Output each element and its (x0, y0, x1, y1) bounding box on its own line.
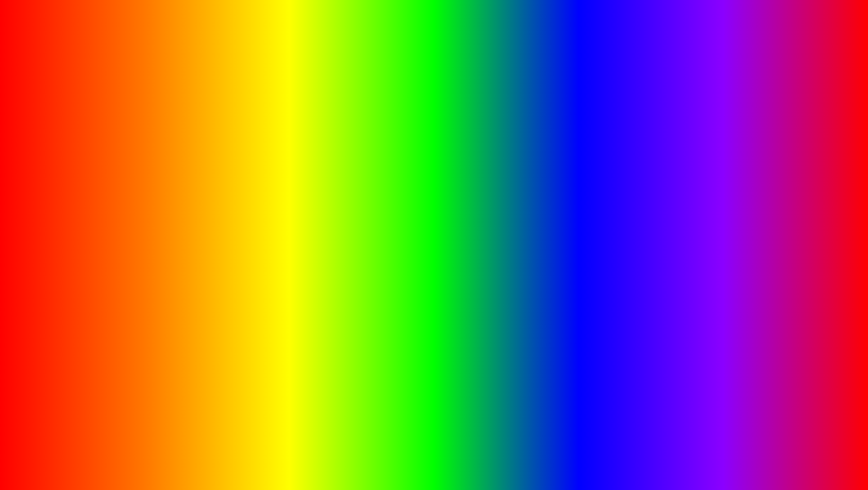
skill-x-label: | Use Skill X (102, 220, 240, 227)
script-pastebin-label: SCRIPT PASTEBIN (447, 438, 708, 472)
right-sidebar-item-setting[interactable]: ⚙️ • Setting (516, 170, 572, 183)
right-sidebar-label-shop: • Shop (530, 258, 546, 265)
right-sidebar-item-main[interactable]: 🏠 • Main (516, 158, 572, 170)
select-weapon-value[interactable]: Melee (807, 171, 829, 179)
auto-farm-label: AUTO FARM (160, 429, 438, 481)
select-mode-farm-row: ℝ | Select Mode Farm Level Farm (574, 195, 831, 207)
main-icon: 🏠 (39, 161, 46, 168)
right-sidebar-label-setting: • Setting (530, 174, 550, 180)
sidebar-item-stats[interactable]: 📊 • Stats (35, 195, 90, 207)
islands-icon: 🏝️ (39, 222, 46, 228)
right-panel-header-btn-right[interactable]: × (820, 157, 829, 165)
sidebar-item-combat[interactable]: ⚔️ • Combat (35, 207, 90, 219)
left-panel-title: >>> Mastery Farm <<< (103, 147, 249, 154)
select-type-icon: ℝ (95, 162, 100, 168)
skill-z-label: | Use Skill Z (102, 208, 240, 214)
skill-x-toggle[interactable] (242, 220, 258, 227)
hp-value: 25 (246, 198, 258, 203)
sidebar-item-islands[interactable]: 🏝️ • Islands (35, 219, 90, 231)
auto-farm-devil-icon: ℝ (95, 174, 100, 181)
right-combat-icon: ⚔️ (520, 209, 528, 216)
left-panel-header-btn-left[interactable]: - (95, 147, 103, 155)
quest-info: [Quest] : CandyQuest1 | [Level] : 2 (574, 218, 831, 226)
right-setting-icon: ⚙️ (520, 173, 528, 180)
sidebar-item-main[interactable]: 🏠 • Main (35, 158, 90, 170)
blox-fruits-logo: BL X ☠ FRUITS (735, 405, 823, 463)
right-panel-sidebar: 👤 • User 🏠 • Main ⚙️ • Setting 🌾 • Other… (516, 143, 572, 312)
right-sidebar-item-stats[interactable]: 📊 • Stats (516, 195, 572, 207)
right-dungeon-icon: 🏰 (520, 234, 528, 241)
auto-farm-gun-row: ℝ | Auto Farm Mastery (Gun) (93, 184, 260, 195)
sidebar-item-setting[interactable]: ⚙️ • Setting (35, 170, 90, 183)
right-sidebar-label-fruit: • Fruit (530, 246, 544, 253)
right-sidebar-item-user[interactable]: 👤 • User (516, 146, 572, 158)
stats-icon: 📊 (39, 197, 46, 204)
main-title: BLOX FRUITS (0, 9, 868, 81)
auto-farm-gun-toggle[interactable] (242, 186, 258, 193)
left-panel-header-btn-right[interactable]: × (249, 147, 258, 155)
topbar-right: 01/10/2C M [ID] (793, 146, 828, 151)
select-mode-value[interactable]: Level Farm (796, 197, 829, 205)
sidebar-label-stats: • Stats (49, 198, 64, 204)
sidebar-label-islands: • Islands (49, 222, 69, 228)
dungeon-icon: 🏰 (39, 234, 46, 241)
chest-button[interactable]: >>> Chest <<< (574, 240, 831, 252)
right-sidebar-label-user: • User (530, 149, 545, 156)
shop-icon: 🛒 (39, 258, 46, 265)
hp-label: Kill At HP min ... % (95, 198, 144, 203)
fast-attack-row: ℝ | Fast Attack Mode Default (574, 182, 831, 194)
skill-x-row: ℝ | Use Skill X (93, 218, 260, 229)
right-sidebar-item-fruit[interactable]: 🍎 • Fruit (516, 243, 572, 255)
monster-info: [Monster] : Snow Demon [Lv. 2425] (574, 208, 831, 216)
select-weapon-label: | Select Weapon (583, 172, 805, 178)
right-otherfarm-icon: 🌾 (520, 185, 528, 192)
sidebar-label-dungeon: • Dungeon (49, 234, 74, 241)
start-farm-toggle[interactable] (813, 229, 829, 236)
right-sidebar-item-islands[interactable]: 🏝️ • Islands (516, 219, 572, 231)
skill-z-toggle[interactable] (242, 208, 258, 215)
fruit-icon: 🍎 (39, 246, 46, 253)
right-sidebar-label-islands: • Islands (530, 222, 550, 228)
right-sidebar-item-otherfarm[interactable]: 🌾 • OtherFarm (516, 183, 572, 195)
start-farm-label: Start Auto Farm (583, 229, 811, 236)
right-sidebar-label-combat: • Combat (530, 210, 552, 216)
title-container: BLOX FRUITS (0, 9, 868, 81)
select-type-value[interactable]: Quest (237, 161, 258, 169)
right-sidebar-item-shop[interactable]: 🛒 • Shop (516, 255, 572, 267)
sidebar-item-user[interactable]: 👤 • User (35, 146, 90, 158)
setting-icon: ⚙️ (39, 173, 46, 180)
right-user-icon: 👤 (520, 149, 528, 156)
sidebar-item-shop[interactable]: 🛒 • Shop (35, 255, 90, 267)
candy-pole-3 (292, 81, 310, 252)
auto-farm-gun-label: | Auto Farm Mastery (Gun) (102, 187, 240, 193)
fast-attack-label: | Fast Attack Mode (583, 185, 803, 191)
right-panel: 👤 • User 🏠 • Main ⚙️ • Setting 🌾 • Other… (515, 142, 834, 312)
right-panel-content: RELZ 01/10/2C M [ID] - >>> Main Farm <<<… (572, 143, 833, 312)
fast-attack-value[interactable]: Default (805, 184, 829, 192)
sidebar-label-setting: • Setting (49, 174, 69, 180)
right-panel-header: - >>> Main Farm <<< × (574, 155, 831, 167)
sidebar-item-dungeon[interactable]: 🏰 • Dungeon (35, 231, 90, 243)
user-icon: 👤 (39, 149, 46, 156)
combat-icon: ⚔️ (39, 209, 46, 216)
logo-x-text: X (779, 405, 801, 441)
select-weapon-row: ℝ | Select Weapon Melee (574, 169, 831, 181)
right-sidebar-item-dungeon[interactable]: 🏰 • Dungeon (516, 231, 572, 243)
logo-bl-text: BL (735, 405, 777, 441)
start-farm-icon: ℝ (577, 229, 581, 236)
right-sidebar-label-stats: • Stats (530, 198, 546, 204)
auto-farm-devil-toggle[interactable] (242, 174, 258, 181)
sidebar-item-otherfarm[interactable]: 🌾 • OtherFarm (35, 183, 90, 195)
select-mode-icon: ℝ (577, 198, 581, 204)
otherfarm-icon: 🌾 (39, 185, 46, 192)
left-panel: 👤 • User 🏠 • Main ⚙️ • Setting 🌾 • Other… (34, 142, 263, 303)
hp-row: Kill At HP min ... % 25 (93, 196, 260, 205)
right-panel-title: >>> Main Farm <<< (584, 157, 820, 164)
right-shop-icon: 🛒 (520, 258, 528, 265)
sidebar-label-user: • User (49, 149, 63, 156)
sidebar-item-fruit[interactable]: 🍎 • Fruit (35, 243, 90, 255)
sidebar-label-otherfarm: • OtherFarm (49, 186, 78, 192)
right-sidebar-label-dungeon: • Dungeon (530, 234, 555, 241)
right-sidebar-item-combat[interactable]: ⚔️ • Combat (516, 207, 572, 219)
right-panel-header-btn-left[interactable]: - (577, 157, 584, 165)
